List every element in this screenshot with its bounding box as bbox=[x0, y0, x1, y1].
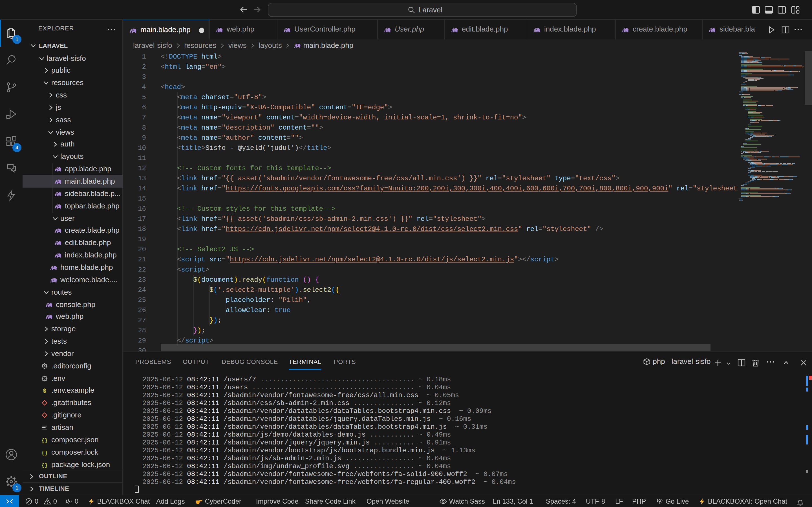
svg-text:$: $ bbox=[43, 388, 46, 394]
svg-text:{}: {} bbox=[42, 438, 48, 444]
svg-text:{}: {} bbox=[42, 462, 48, 468]
svg-text:{}: {} bbox=[42, 450, 48, 456]
